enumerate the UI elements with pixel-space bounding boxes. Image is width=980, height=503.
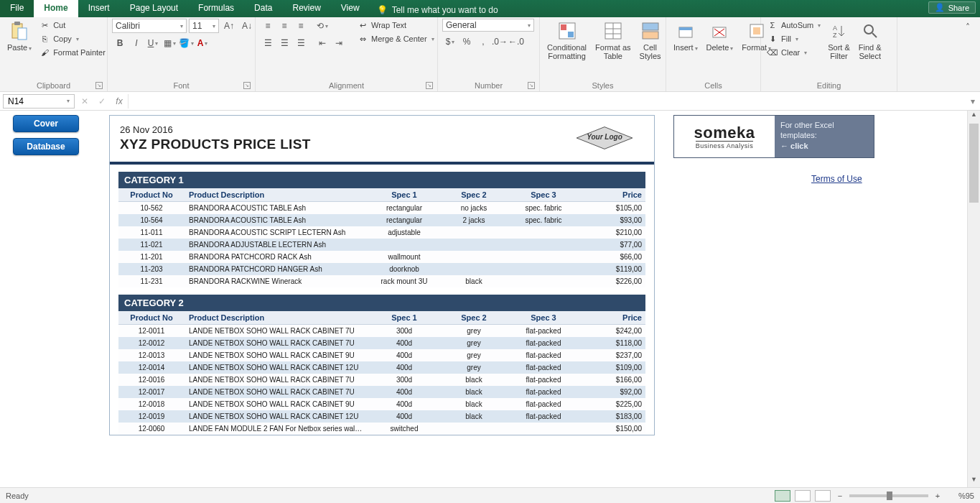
table-row[interactable]: 12-0017LANDE NETBOX SOHO WALL RACK CABIN…	[118, 386, 645, 398]
tab-file[interactable]: File	[0, 0, 34, 17]
view-page-layout-button[interactable]	[795, 490, 811, 502]
underline-button[interactable]: U▾	[145, 36, 161, 50]
view-page-break-button[interactable]	[815, 490, 831, 502]
table-row[interactable]: 11-021BRANDORA ADJUSTABLE LECTERN Ash$77…	[118, 239, 645, 251]
zoom-level[interactable]: %95	[947, 492, 974, 500]
fill-color-button[interactable]: 🪣▾	[178, 36, 194, 50]
wrap-text-button[interactable]: ↩Wrap Text	[355, 19, 436, 32]
zoom-slider[interactable]	[849, 494, 928, 497]
terms-of-use-link[interactable]: Terms of Use	[811, 174, 862, 184]
tab-home[interactable]: Home	[34, 0, 78, 17]
alignment-dialog-launcher[interactable]: ↘	[426, 82, 433, 89]
table-row[interactable]: 12-0016LANDE NETBOX SOHO WALL RACK CABIN…	[118, 374, 645, 386]
table-row[interactable]: 12-0013LANDE NETBOX SOHO WALL RACK CABIN…	[118, 349, 645, 361]
decrease-font-button[interactable]: A↓	[239, 19, 255, 33]
align-top-button[interactable]: ≡	[260, 19, 276, 33]
decrease-decimal-button[interactable]: ←.0	[508, 34, 524, 49]
font-size-select[interactable]: 11▾	[189, 19, 219, 33]
number-dialog-launcher[interactable]: ↘	[528, 82, 535, 89]
increase-font-button[interactable]: A↑	[221, 19, 237, 33]
font-color-button[interactable]: A▾	[195, 36, 210, 50]
expand-formula-bar[interactable]: ▾	[966, 96, 980, 106]
paste-button[interactable]: Paste▾	[4, 19, 34, 54]
database-button[interactable]: Database	[13, 138, 79, 155]
find-select-button[interactable]: Find & Select	[856, 19, 885, 62]
tab-formulas[interactable]: Formulas	[188, 0, 244, 17]
align-left-button[interactable]: ☰	[260, 36, 276, 50]
tab-review[interactable]: Review	[282, 0, 330, 17]
align-center-button[interactable]: ☰	[276, 36, 292, 50]
tab-insert[interactable]: Insert	[78, 0, 120, 17]
zoom-in-button[interactable]: +	[933, 492, 943, 500]
table-row[interactable]: 10-564BRANDORA ACOUSTIC TABLE Ashrectang…	[118, 214, 645, 226]
delete-cells-button[interactable]: Delete▾	[704, 19, 737, 54]
zoom-slider-knob[interactable]	[887, 492, 892, 500]
increase-decimal-button[interactable]: .0→	[492, 34, 508, 49]
collapse-ribbon-button[interactable]: ˄	[960, 20, 976, 34]
share-button[interactable]: 👤 Share	[928, 1, 976, 14]
accounting-format-button[interactable]: $▾	[442, 34, 458, 49]
clipboard-dialog-launcher[interactable]: ↘	[95, 82, 103, 89]
table-row[interactable]: 11-203BRANDORA PATCHCORD HANGER Ashdoork…	[118, 263, 645, 275]
italic-button[interactable]: I	[129, 36, 144, 50]
fill-button[interactable]: ⬇Fill▾	[765, 32, 822, 45]
font-dialog-launcher[interactable]: ↘	[243, 82, 251, 89]
table-row[interactable]: 12-0014LANDE NETBOX SOHO WALL RACK CABIN…	[118, 361, 645, 374]
insert-cells-button[interactable]: Insert▾	[671, 19, 701, 54]
tab-page-layout[interactable]: Page Layout	[120, 0, 188, 17]
svg-line-22	[872, 33, 877, 37]
enter-formula-button[interactable]: ✓	[93, 96, 111, 106]
align-middle-button[interactable]: ≡	[276, 19, 292, 33]
vertical-scrollbar[interactable]: ▲ ▼	[967, 111, 980, 487]
scroll-thumb[interactable]	[969, 124, 979, 203]
name-box[interactable]: N14▾	[3, 94, 75, 109]
percent-format-button[interactable]: %	[459, 34, 475, 49]
tell-me[interactable]: 💡 Tell me what you want to do	[370, 0, 505, 17]
table-row[interactable]: 12-0018LANDE NETBOX SOHO WALL RACK CABIN…	[118, 398, 645, 410]
table-row[interactable]: 11-201BRANDORA PATCHCORD RACK Ashwallmou…	[118, 251, 645, 263]
borders-button[interactable]: ▦▾	[162, 36, 177, 50]
format-as-table-button[interactable]: Format as Table	[592, 19, 634, 62]
fx-button[interactable]: fx	[111, 96, 128, 106]
sort-filter-button[interactable]: AZSort & Filter	[825, 19, 853, 62]
table-row[interactable]: 12-0011LANDE NETBOX SOHO WALL RACK CABIN…	[118, 325, 645, 337]
copy-button[interactable]: ⎘Copy▾	[37, 32, 107, 45]
scroll-up-arrow[interactable]: ▲	[968, 111, 980, 122]
align-bottom-button[interactable]: ≡	[293, 19, 309, 33]
font-name-select[interactable]: Calibri▾	[112, 19, 187, 33]
align-right-button[interactable]: ☰	[293, 36, 309, 50]
table-row[interactable]: 12-0019LANDE NETBOX SOHO WALL RACK CABIN…	[118, 410, 645, 423]
orientation-button[interactable]: ⟲▾	[314, 19, 330, 33]
share-label: Share	[948, 4, 969, 12]
increase-indent-button[interactable]: ⇥	[331, 36, 347, 50]
formula-bar: N14▾ ✕ ✓ fx ▾	[0, 92, 980, 111]
worksheet[interactable]: Cover Database 26 Nov 2016 XYZ PRODUCTS …	[0, 111, 967, 487]
cancel-formula-button[interactable]: ✕	[76, 96, 93, 106]
bold-button[interactable]: B	[112, 36, 128, 50]
table-row[interactable]: 11-011BRANDORA ACOUSTIC SCRIPT LECTERN A…	[118, 226, 645, 239]
number-format-select[interactable]: General▾	[442, 19, 534, 32]
table-row[interactable]: 10-562BRANDORA ACOUSTIC TABLE Ashrectang…	[118, 202, 645, 214]
comma-format-button[interactable]: ,	[475, 34, 491, 49]
clear-button[interactable]: ⌫Clear▾	[765, 46, 822, 59]
cover-button[interactable]: Cover	[13, 115, 79, 132]
format-painter-button[interactable]: 🖌Format Painter	[37, 46, 107, 59]
bucket-icon: 🪣	[179, 38, 190, 48]
scroll-down-arrow[interactable]: ▼	[968, 476, 980, 487]
table-row[interactable]: 12-0060LANDE FAN MODULE 2 FAN For Netbox…	[118, 423, 645, 435]
someka-promo-box[interactable]: someka Business Analysis For other Excel…	[673, 115, 874, 158]
tab-view[interactable]: View	[331, 0, 370, 17]
formula-input[interactable]	[128, 94, 966, 109]
merge-center-button[interactable]: ⇔Merge & Center▾	[355, 32, 436, 45]
table-row[interactable]: 11-231BRANDORA RACKWINE Winerackrack mou…	[118, 275, 645, 287]
table-row[interactable]: 12-0012LANDE NETBOX SOHO WALL RACK CABIN…	[118, 337, 645, 349]
view-normal-button[interactable]	[775, 490, 790, 502]
cell-styles-button[interactable]: Cell Styles	[637, 19, 664, 62]
conditional-formatting-button[interactable]: Conditional Formatting	[544, 19, 589, 62]
tab-data[interactable]: Data	[244, 0, 282, 17]
group-alignment: ≡ ≡ ≡ ⟲▾ ☰ ☰ ☰ ⇤ ⇥ ↩Wrap Text ⇔Merge & C…	[256, 17, 438, 91]
cut-button[interactable]: ✂Cut	[37, 19, 107, 32]
zoom-out-button[interactable]: −	[835, 492, 845, 500]
autosum-button[interactable]: ΣAutoSum▾	[765, 19, 822, 32]
decrease-indent-button[interactable]: ⇤	[314, 36, 330, 50]
